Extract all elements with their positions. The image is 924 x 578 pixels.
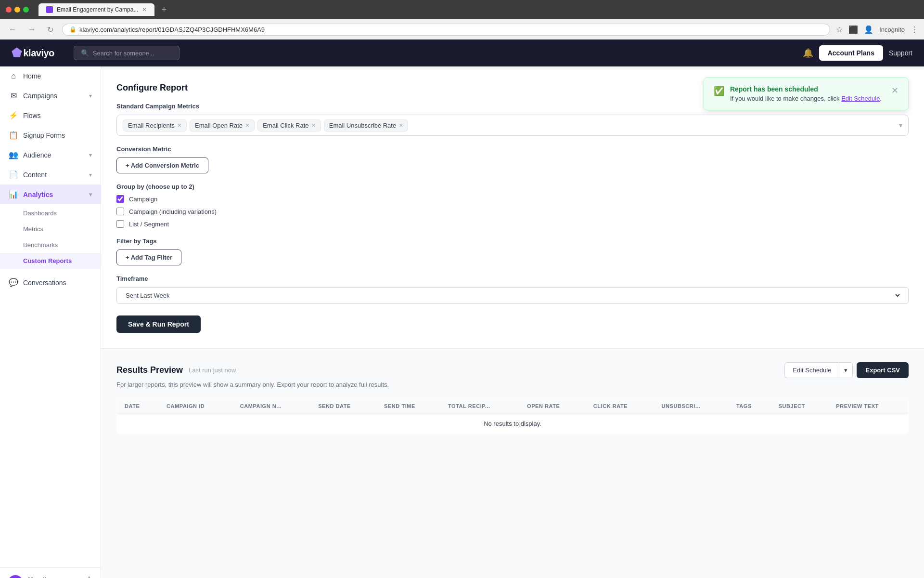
edit-schedule-toast-link[interactable]: Edit Schedule: [841, 95, 880, 102]
sidebar-item-flows[interactable]: ⚡ Flows: [0, 105, 101, 125]
back-button[interactable]: ←: [6, 24, 19, 35]
timeframe-select-container[interactable]: Sent Last Week Sent Last Month Sent Last…: [116, 287, 909, 304]
remove-metric-click-rate-button[interactable]: ×: [312, 122, 316, 129]
sidebar-item-analytics[interactable]: 📊 Analytics ▾: [0, 184, 101, 204]
metric-tag-label-unsubscribe-rate: Email Unsubscribe Rate: [329, 122, 396, 129]
tab-close-button[interactable]: ✕: [142, 6, 147, 13]
col-campaign-id: CAMPAIGN ID: [159, 398, 232, 414]
sidebar-sub-item-benchmarks[interactable]: Benchmarks: [0, 237, 101, 253]
col-subject: SUBJECT: [771, 398, 829, 414]
sidebar-sub-label-metrics: Metrics: [23, 225, 43, 233]
results-actions: Edit Schedule ▾ Export CSV: [784, 362, 909, 378]
col-campaign-name: CAMPAIGN N...: [232, 398, 311, 414]
close-window-dot[interactable]: [6, 7, 12, 13]
chevron-down-icon-analytics: ▾: [89, 191, 92, 198]
add-conversion-metric-button[interactable]: + Add Conversion Metric: [116, 158, 208, 173]
new-tab-button[interactable]: +: [161, 5, 167, 15]
top-nav-right: 🔔 Account Plans Support: [803, 45, 912, 61]
sidebar-item-home[interactable]: ⌂ Home: [0, 66, 101, 86]
col-tags: TAGS: [729, 398, 771, 414]
support-button[interactable]: Support: [889, 49, 912, 57]
tab-title: Email Engagement by Campa...: [57, 6, 138, 13]
main-content: Configure Report Standard Campaign Metri…: [101, 66, 924, 578]
content-icon: 📄: [9, 170, 18, 179]
metrics-dropdown-arrow[interactable]: ▾: [899, 121, 902, 129]
sidebar-label-audience: Audience: [23, 151, 51, 159]
col-total-recipients: TOTAL RECIP...: [440, 398, 519, 414]
address-bar[interactable]: 🔒 klaviyo.com/analytics/report/01GDASJZQ…: [62, 24, 830, 36]
metric-tag-label-click-rate: Email Click Rate: [263, 122, 308, 129]
toast-close-button[interactable]: ✕: [891, 85, 898, 96]
edit-schedule-dropdown-button[interactable]: ▾: [839, 362, 853, 378]
extensions-button[interactable]: ⬛: [848, 25, 858, 34]
sidebar-item-campaigns[interactable]: ✉ Campaigns ▾: [0, 86, 101, 105]
incognito-label: Incognito: [879, 26, 905, 33]
edit-schedule-button[interactable]: Edit Schedule: [784, 362, 839, 378]
export-csv-button[interactable]: Export CSV: [857, 362, 909, 378]
add-tag-filter-button[interactable]: + Add Tag Filter: [116, 250, 181, 265]
sidebar-sub-item-metrics[interactable]: Metrics: [0, 221, 101, 237]
user-info: Moodjoy 9ba4e9ef@moo...: [28, 576, 80, 578]
sidebar-label-campaigns: Campaigns: [23, 92, 57, 100]
sidebar-sub-item-custom-reports[interactable]: Custom Reports: [0, 253, 101, 269]
chevron-down-icon-content: ▾: [89, 171, 92, 178]
group-by-list-segment[interactable]: List / Segment: [116, 220, 909, 228]
sidebar-item-content[interactable]: 📄 Content ▾: [0, 165, 101, 184]
metric-tag-email-open-rate: Email Open Rate ×: [190, 119, 255, 131]
group-by-campaign-variations-checkbox[interactable]: [116, 208, 124, 215]
col-unsubscribe-rate: UNSUBSCRI...: [654, 398, 729, 414]
sidebar-sub-label-dashboards: Dashboards: [23, 210, 57, 217]
browser-nav-icons: ☆ ⬛ 👤 Incognito ⋮: [836, 25, 918, 34]
results-header: Results Preview Last run just now Edit S…: [116, 362, 909, 378]
toast-notification: ✅ Report has been scheduled If you would…: [704, 77, 909, 110]
group-by-campaign-checkbox[interactable]: [116, 195, 124, 203]
tab-favicon: [46, 6, 53, 13]
group-by-label: Group by (choose up to 2): [116, 183, 909, 190]
metrics-tags-container[interactable]: Email Recipients × Email Open Rate × Ema…: [116, 115, 909, 136]
timeframe-select[interactable]: Sent Last Week Sent Last Month Sent Last…: [124, 291, 901, 300]
no-results-text: No results to display.: [117, 414, 909, 434]
sidebar-item-signup-forms[interactable]: 📋 Signup Forms: [0, 125, 101, 145]
group-by-campaign-variations[interactable]: Campaign (including variations): [116, 208, 909, 215]
sidebar: ⌂ Home ✉ Campaigns ▾ ⚡ Flows 📋 Signup Fo…: [0, 66, 101, 578]
signup-forms-icon: 📋: [9, 131, 18, 140]
sidebar-item-audience[interactable]: 👥 Audience ▾: [0, 145, 101, 165]
remove-metric-recipients-button[interactable]: ×: [178, 122, 181, 129]
user-profile-section[interactable]: M Moodjoy 9ba4e9ef@moo... ▲▼: [0, 567, 101, 578]
remove-metric-open-rate-button[interactable]: ×: [245, 122, 249, 129]
remove-metric-unsubscribe-rate-button[interactable]: ×: [399, 122, 403, 129]
group-by-list-segment-checkbox[interactable]: [116, 220, 124, 228]
col-send-time: SEND TIME: [376, 398, 440, 414]
metric-tag-email-click-rate: Email Click Rate ×: [257, 119, 321, 131]
user-name: Moodjoy: [28, 576, 80, 578]
toast-content: Report has been scheduled If you would l…: [730, 85, 882, 102]
group-by-campaign[interactable]: Campaign: [116, 195, 909, 203]
url-text: klaviyo.com/analytics/report/01GDASJZQ4P…: [79, 26, 265, 33]
group-by-checkboxes: Campaign Campaign (including variations)…: [116, 195, 909, 228]
group-by-campaign-label: Campaign: [129, 196, 157, 203]
profile-button[interactable]: 👤: [864, 25, 873, 34]
filter-tags-label: Filter by Tags: [116, 237, 909, 245]
refresh-button[interactable]: ↻: [44, 24, 56, 35]
results-preview-title: Results Preview: [116, 365, 183, 375]
sidebar-label-signup-forms: Signup Forms: [23, 131, 65, 139]
conversations-icon: 💬: [9, 278, 18, 287]
results-preview-section: Results Preview Last run just now Edit S…: [101, 349, 924, 447]
sidebar-sub-item-dashboards[interactable]: Dashboards: [0, 205, 101, 221]
forward-button[interactable]: →: [25, 24, 38, 35]
save-run-report-button[interactable]: Save & Run Report: [116, 315, 201, 333]
sidebar-item-conversations[interactable]: 💬 Conversations: [0, 273, 101, 292]
notifications-button[interactable]: 🔔: [803, 48, 813, 58]
search-input[interactable]: [93, 50, 170, 57]
chevron-down-icon: ▾: [89, 92, 92, 99]
active-browser-tab[interactable]: Email Engagement by Campa... ✕: [38, 3, 154, 16]
maximize-window-dot[interactable]: [23, 7, 29, 13]
sidebar-label-flows: Flows: [23, 112, 41, 119]
more-options-button[interactable]: ⋮: [911, 25, 918, 34]
bookmark-button[interactable]: ☆: [836, 25, 843, 34]
minimize-window-dot[interactable]: [14, 7, 20, 13]
account-plans-button[interactable]: Account Plans: [819, 45, 883, 61]
user-avatar: M: [8, 575, 23, 578]
global-search-box[interactable]: 🔍: [74, 46, 180, 60]
home-icon: ⌂: [9, 72, 18, 80]
